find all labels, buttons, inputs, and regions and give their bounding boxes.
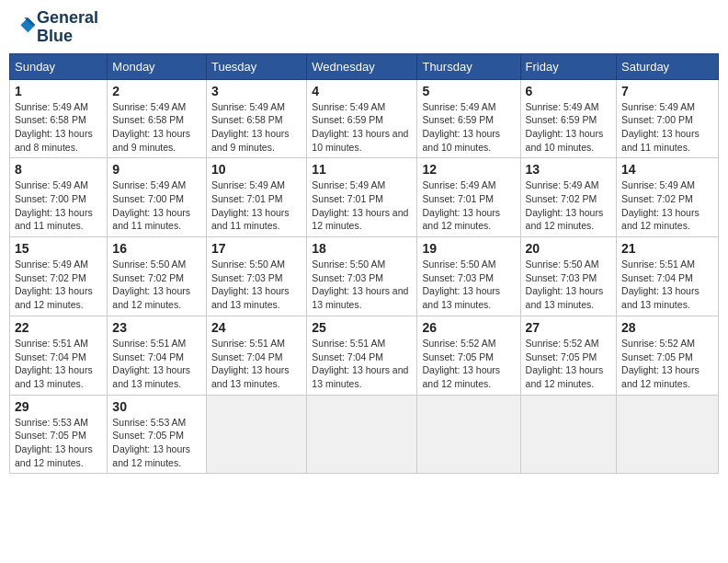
day-number: 20: [526, 241, 612, 256]
calendar-cell: 27Sunrise: 5:52 AM Sunset: 7:05 PM Dayli…: [520, 316, 617, 395]
day-info: Sunrise: 5:49 AM Sunset: 7:02 PM Dayligh…: [621, 178, 713, 233]
calendar-header-row: SundayMondayTuesdayWednesdayThursdayFrid…: [10, 53, 719, 79]
day-number: 2: [112, 84, 201, 98]
calendar-cell: 12Sunrise: 5:49 AM Sunset: 7:01 PM Dayli…: [417, 158, 520, 237]
day-info: Sunrise: 5:52 AM Sunset: 7:05 PM Dayligh…: [526, 337, 612, 391]
calendar-cell: 22Sunrise: 5:51 AM Sunset: 7:04 PM Dayli…: [10, 316, 108, 395]
day-info: Sunrise: 5:50 AM Sunset: 7:03 PM Dayligh…: [422, 258, 515, 312]
day-number: 13: [526, 162, 612, 177]
day-number: 7: [621, 84, 713, 98]
day-info: Sunrise: 5:49 AM Sunset: 7:01 PM Dayligh…: [422, 178, 515, 233]
day-number: 12: [422, 162, 515, 177]
day-number: 17: [211, 241, 301, 256]
calendar-cell: 17Sunrise: 5:50 AM Sunset: 7:03 PM Dayli…: [206, 237, 306, 316]
day-number: 3: [211, 84, 301, 98]
day-info: Sunrise: 5:49 AM Sunset: 7:00 PM Dayligh…: [621, 100, 713, 155]
calendar-cell: [417, 395, 520, 474]
day-info: Sunrise: 5:49 AM Sunset: 7:01 PM Dayligh…: [312, 178, 412, 233]
calendar-cell: 9Sunrise: 5:49 AM Sunset: 7:00 PM Daylig…: [108, 158, 207, 237]
day-info: Sunrise: 5:50 AM Sunset: 7:02 PM Dayligh…: [112, 258, 201, 312]
day-number: 24: [211, 320, 301, 335]
calendar-week-row: 8Sunrise: 5:49 AM Sunset: 7:00 PM Daylig…: [10, 158, 719, 237]
col-header-monday: Monday: [108, 53, 207, 79]
day-info: Sunrise: 5:51 AM Sunset: 7:04 PM Dayligh…: [15, 337, 102, 391]
calendar-cell: 5Sunrise: 5:49 AM Sunset: 6:59 PM Daylig…: [417, 79, 520, 158]
calendar-cell: 7Sunrise: 5:49 AM Sunset: 7:00 PM Daylig…: [617, 79, 719, 158]
day-info: Sunrise: 5:49 AM Sunset: 7:00 PM Dayligh…: [15, 178, 102, 233]
calendar-cell: 13Sunrise: 5:49 AM Sunset: 7:02 PM Dayli…: [520, 158, 617, 237]
day-number: 11: [312, 162, 412, 177]
logo-icon: [15, 15, 37, 37]
calendar-cell: 15Sunrise: 5:49 AM Sunset: 7:02 PM Dayli…: [10, 237, 108, 316]
calendar-cell: 18Sunrise: 5:50 AM Sunset: 7:03 PM Dayli…: [307, 237, 417, 316]
calendar-cell: 14Sunrise: 5:49 AM Sunset: 7:02 PM Dayli…: [617, 158, 719, 237]
calendar-cell: 26Sunrise: 5:52 AM Sunset: 7:05 PM Dayli…: [417, 316, 520, 395]
day-info: Sunrise: 5:49 AM Sunset: 6:58 PM Dayligh…: [15, 100, 102, 155]
day-info: Sunrise: 5:51 AM Sunset: 7:04 PM Dayligh…: [621, 258, 713, 312]
calendar-cell: 20Sunrise: 5:50 AM Sunset: 7:03 PM Dayli…: [520, 237, 617, 316]
col-header-friday: Friday: [520, 53, 617, 79]
calendar-cell: [307, 395, 417, 474]
day-number: 1: [15, 84, 102, 98]
calendar-cell: 8Sunrise: 5:49 AM Sunset: 7:00 PM Daylig…: [10, 158, 108, 237]
day-info: Sunrise: 5:53 AM Sunset: 7:05 PM Dayligh…: [15, 416, 102, 470]
day-info: Sunrise: 5:51 AM Sunset: 7:04 PM Dayligh…: [211, 337, 301, 391]
day-number: 4: [312, 84, 412, 98]
calendar-cell: 3Sunrise: 5:49 AM Sunset: 6:58 PM Daylig…: [206, 79, 306, 158]
day-info: Sunrise: 5:51 AM Sunset: 7:04 PM Dayligh…: [112, 337, 201, 391]
day-info: Sunrise: 5:53 AM Sunset: 7:05 PM Dayligh…: [112, 416, 201, 470]
calendar-week-row: 22Sunrise: 5:51 AM Sunset: 7:04 PM Dayli…: [10, 316, 719, 395]
day-number: 30: [112, 399, 201, 414]
calendar-cell: 28Sunrise: 5:52 AM Sunset: 7:05 PM Dayli…: [617, 316, 719, 395]
day-number: 22: [15, 320, 102, 335]
day-number: 28: [621, 320, 713, 335]
calendar-cell: [617, 395, 719, 474]
day-info: Sunrise: 5:49 AM Sunset: 7:02 PM Dayligh…: [15, 258, 102, 312]
col-header-tuesday: Tuesday: [206, 53, 306, 79]
day-number: 25: [312, 320, 412, 335]
calendar-week-row: 15Sunrise: 5:49 AM Sunset: 7:02 PM Dayli…: [10, 237, 719, 316]
page-header: General Blue: [9, 9, 719, 46]
col-header-saturday: Saturday: [617, 53, 719, 79]
day-info: Sunrise: 5:51 AM Sunset: 7:04 PM Dayligh…: [312, 337, 412, 391]
calendar-cell: 4Sunrise: 5:49 AM Sunset: 6:59 PM Daylig…: [307, 79, 417, 158]
day-info: Sunrise: 5:49 AM Sunset: 6:59 PM Dayligh…: [422, 100, 515, 155]
day-number: 19: [422, 241, 515, 256]
day-number: 8: [15, 162, 102, 177]
day-number: 14: [621, 162, 713, 177]
day-info: Sunrise: 5:52 AM Sunset: 7:05 PM Dayligh…: [422, 337, 515, 391]
day-number: 21: [621, 241, 713, 256]
calendar-cell: 29Sunrise: 5:53 AM Sunset: 7:05 PM Dayli…: [10, 395, 108, 474]
day-info: Sunrise: 5:49 AM Sunset: 6:59 PM Dayligh…: [526, 100, 612, 155]
calendar-table: SundayMondayTuesdayWednesdayThursdayFrid…: [9, 53, 719, 475]
day-number: 27: [526, 320, 612, 335]
logo-text: General Blue: [37, 9, 98, 46]
calendar-cell: 23Sunrise: 5:51 AM Sunset: 7:04 PM Dayli…: [108, 316, 207, 395]
day-info: Sunrise: 5:52 AM Sunset: 7:05 PM Dayligh…: [621, 337, 713, 391]
col-header-thursday: Thursday: [417, 53, 520, 79]
day-number: 9: [112, 162, 201, 177]
day-info: Sunrise: 5:50 AM Sunset: 7:03 PM Dayligh…: [211, 258, 301, 312]
calendar-cell: 16Sunrise: 5:50 AM Sunset: 7:02 PM Dayli…: [108, 237, 207, 316]
day-number: 18: [312, 241, 412, 256]
day-number: 26: [422, 320, 515, 335]
day-number: 10: [211, 162, 301, 177]
day-info: Sunrise: 5:49 AM Sunset: 7:00 PM Dayligh…: [112, 178, 201, 233]
day-number: 6: [526, 84, 612, 98]
day-info: Sunrise: 5:49 AM Sunset: 6:58 PM Dayligh…: [112, 100, 201, 155]
day-info: Sunrise: 5:49 AM Sunset: 7:02 PM Dayligh…: [526, 178, 612, 233]
day-number: 5: [422, 84, 515, 98]
day-info: Sunrise: 5:49 AM Sunset: 6:58 PM Dayligh…: [211, 100, 301, 155]
day-info: Sunrise: 5:49 AM Sunset: 7:01 PM Dayligh…: [211, 178, 301, 233]
col-header-sunday: Sunday: [10, 53, 108, 79]
day-info: Sunrise: 5:50 AM Sunset: 7:03 PM Dayligh…: [526, 258, 612, 312]
calendar-cell: 2Sunrise: 5:49 AM Sunset: 6:58 PM Daylig…: [108, 79, 207, 158]
day-number: 23: [112, 320, 201, 335]
calendar-cell: [206, 395, 306, 474]
logo: General Blue: [13, 9, 98, 46]
calendar-cell: 19Sunrise: 5:50 AM Sunset: 7:03 PM Dayli…: [417, 237, 520, 316]
col-header-wednesday: Wednesday: [307, 53, 417, 79]
calendar-cell: 11Sunrise: 5:49 AM Sunset: 7:01 PM Dayli…: [307, 158, 417, 237]
day-number: 16: [112, 241, 201, 256]
calendar-cell: [520, 395, 617, 474]
